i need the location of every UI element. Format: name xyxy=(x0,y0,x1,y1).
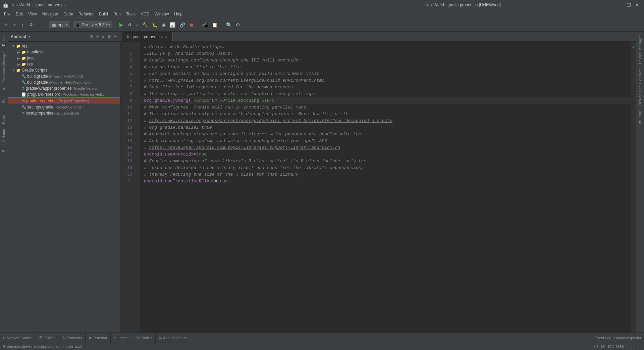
right-tab-emulator[interactable]: Emulator xyxy=(637,108,643,128)
stop-btn[interactable]: ⏹ xyxy=(188,21,195,28)
code-token: http://www.gradle.org/docs/current/userg… xyxy=(149,118,393,124)
device-manage-btn[interactable]: 📋 xyxy=(211,21,219,28)
profile-btn[interactable]: 📊 xyxy=(168,21,177,28)
tree-item[interactable]: ▶📁 manifests xyxy=(8,49,120,55)
sidebar-item-favorites[interactable]: Favorites xyxy=(1,106,7,127)
restore-button[interactable]: ❐ xyxy=(625,2,633,8)
panel-dropdown-arrow[interactable]: ▾ xyxy=(28,34,30,39)
sync-btn[interactable]: ⟳ xyxy=(2,21,10,28)
tree-item[interactable]: ⚙ gradle-wrapper.properties (Gradle Vers… xyxy=(8,85,120,91)
sidebar-item-build-variants[interactable]: Build Variants xyxy=(1,126,7,155)
bottom-tab-version-control[interactable]: ⑆ Version Control xyxy=(0,333,36,343)
indent-info[interactable]: 4 spaces xyxy=(627,345,641,349)
window-title: HelloWorld - gradle.properties [HelloWor… xyxy=(309,3,616,7)
rerun-button[interactable]: ↺ xyxy=(126,21,133,28)
code-line: # For more details on how to configure y… xyxy=(140,71,631,77)
panel-list-btn[interactable]: ≡ xyxy=(96,33,100,40)
event-log-btn[interactable]: Event Log xyxy=(595,336,611,340)
tree-arrow-icon: ▶ xyxy=(17,56,20,60)
code-token: http://www.gradle.org/docs/current/userg… xyxy=(149,77,325,84)
tree-item[interactable]: 🔧 settings.gradle (Project Settings) xyxy=(8,104,120,110)
close-panel-btn[interactable]: − xyxy=(37,22,43,28)
menu-help[interactable]: Help xyxy=(171,11,185,17)
menu-vcs[interactable]: VCS xyxy=(138,11,152,17)
tree-item[interactable]: 🔧 build.gradle (Module: HelloWorld.app) xyxy=(8,79,120,85)
tree-file-icon: ⚙ xyxy=(22,99,25,103)
layout-inspector-btn[interactable]: Layout Inspector xyxy=(614,336,641,340)
device-dropdown[interactable]: 📱 Pixel 4 API 30 ▾ xyxy=(73,21,112,28)
bottom-tab-logcat[interactable]: ≡ Logcat xyxy=(111,333,132,343)
indent-btn[interactable]: ↨ xyxy=(19,22,26,28)
code-line: # This option should only be used with d… xyxy=(140,111,631,118)
chevron-down-icon: ▾ xyxy=(66,23,68,27)
menu-file[interactable]: File xyxy=(1,11,13,17)
code-line: # org.gradle.parallel=true xyxy=(140,124,631,131)
panel-collapse-btn[interactable]: ∧ xyxy=(101,33,105,40)
panel-add-btn[interactable]: ⊕ xyxy=(89,33,94,40)
cursor-position[interactable]: 1:1 xyxy=(593,345,598,349)
run-button[interactable]: ▶ xyxy=(118,21,125,29)
tree-item[interactable]: ▶📁 res xyxy=(8,61,120,67)
minimize-button[interactable]: − xyxy=(616,2,624,8)
menu-refactor[interactable]: Refactor xyxy=(76,11,96,17)
bottom-tab-terminal[interactable]: ▶ Terminal xyxy=(86,333,111,343)
tree-item[interactable]: 📄 proguard-rules.pro (ProGuard Rules for… xyxy=(8,91,120,97)
tab-close-btn[interactable]: × xyxy=(164,35,168,39)
sidebar-item-project[interactable]: Project xyxy=(1,32,7,49)
right-tab-device-manager[interactable]: Device Manager xyxy=(637,33,643,66)
menu-view[interactable]: View xyxy=(25,11,40,17)
close-button[interactable]: ✕ xyxy=(633,2,641,8)
menu-window[interactable]: Window xyxy=(152,11,172,17)
line-number: 16 xyxy=(120,144,134,151)
main-area: Project Resource Manager Structure Favor… xyxy=(0,32,644,333)
file-encoding[interactable]: ISO-8859 xyxy=(608,345,624,349)
tree-item-label: gradle.properties xyxy=(26,98,56,103)
line-ending[interactable]: LF xyxy=(601,345,605,349)
settings-btn[interactable]: ⚙ xyxy=(27,21,35,28)
tree-item-label: settings.gradle xyxy=(27,105,53,110)
settings-toolbar-btn[interactable]: ⚙ xyxy=(234,21,241,28)
search-everywhere-btn[interactable]: 🔍 xyxy=(225,21,233,28)
bottom-tab-todo[interactable]: ☰ TODO xyxy=(36,333,58,343)
code-line: # Android operating system, and which ar… xyxy=(140,138,631,144)
menu-build[interactable]: Build xyxy=(96,11,111,17)
menu-navigate[interactable]: Navigate xyxy=(40,11,61,17)
left-vertical-tabs: Project Resource Manager Structure Favor… xyxy=(0,32,8,333)
code-line: android.useAndroidX=true xyxy=(140,151,631,158)
build-menu-btn[interactable]: ≡ xyxy=(134,21,140,28)
build-btn[interactable]: 🔨 xyxy=(141,21,149,28)
tree-item[interactable]: ▼📁 app xyxy=(8,43,120,49)
menu-run[interactable]: Run xyxy=(111,11,123,17)
attach-btn[interactable]: 🔗 xyxy=(178,21,186,28)
right-tab-device-file-explorer[interactable]: Device File Explorer xyxy=(637,67,643,107)
tree-item[interactable]: ⚙ gradle.properties (Project Properties) xyxy=(8,97,120,104)
tree-item[interactable]: ▶📁 java xyxy=(8,55,120,61)
panel-settings-btn[interactable]: ⚙ xyxy=(107,33,112,40)
tree-file-icon: 📄 xyxy=(21,92,26,97)
coverage-btn[interactable]: ◉ xyxy=(160,21,167,28)
line-number: 18 xyxy=(120,158,134,165)
code-token: = xyxy=(191,97,194,104)
tree-item[interactable]: ⚙ local.properties (SDK Location) xyxy=(8,110,120,116)
debug-btn[interactable]: 🐛 xyxy=(151,21,159,28)
menu-edit[interactable]: Edit xyxy=(13,11,25,17)
bottom-tab-app-inspection[interactable]: ⧉ App Inspection xyxy=(156,333,191,343)
sidebar-item-structure[interactable]: Structure xyxy=(1,85,7,106)
sidebar-item-resource-manager[interactable]: Resource Manager xyxy=(1,49,7,85)
tab-gradle-properties[interactable]: ⚙ gradle.properties × xyxy=(122,32,173,41)
chevron-down-icon-2: ▾ xyxy=(108,23,110,27)
panel-minimize-btn[interactable]: − xyxy=(113,33,117,40)
tree-item[interactable]: 🔧 build.gradle (Project: HelloWorld) xyxy=(8,73,120,79)
code-content[interactable]: # Project-wide Gradle settings.#⚠IDE (e.… xyxy=(140,42,631,333)
bottom-tabs: ⑆ Version Control ☰ TODO ⚠ Problems ▶ Te… xyxy=(0,333,592,343)
tree-item[interactable]: ▼📁 Gradle Scripts xyxy=(8,67,120,73)
menu-tools[interactable]: Tools xyxy=(123,11,138,17)
device-mirror-btn[interactable]: 📲 xyxy=(201,21,209,28)
structure-btn[interactable]: ≡ xyxy=(11,22,18,28)
app-config-dropdown[interactable]: 🤖 app ▾ xyxy=(49,21,70,28)
bottom-tab-problems[interactable]: ⚠ Problems xyxy=(58,333,86,343)
code-line: # Project-wide Gradle settings. xyxy=(140,44,631,50)
bottom-tab-profiler[interactable]: ◎ Profiler xyxy=(132,333,156,343)
menu-code[interactable]: Code xyxy=(61,11,76,17)
code-token: # AndroidX package structure to make it … xyxy=(144,131,361,138)
